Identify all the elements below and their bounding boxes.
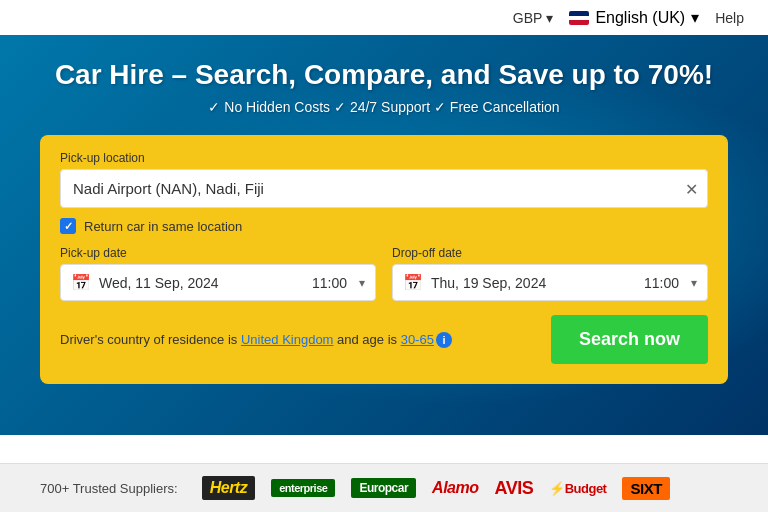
hertz-logo: Hertz — [202, 476, 256, 500]
hero-section: Car Hire – Search, Compare, and Save up … — [0, 35, 768, 435]
currency-chevron-icon: ▾ — [546, 10, 553, 26]
driver-info: Driver's country of residence is United … — [60, 332, 535, 348]
europcar-logo: Europcar — [351, 478, 416, 498]
flag-icon — [569, 11, 589, 25]
dropoff-time-value: 11:00 — [644, 275, 679, 291]
pickup-input-wrapper: ✕ — [60, 169, 708, 208]
driver-info-middle: and age is — [333, 332, 400, 347]
budget-logo: ⚡Budget — [549, 481, 606, 496]
pickup-date-chevron-icon: ▾ — [359, 276, 365, 290]
dates-row: Pick-up date 📅 Wed, 11 Sep, 2024 11:00 ▾… — [60, 246, 708, 301]
hero-subtitle: ✓ No Hidden Costs ✓ 24/7 Support ✓ Free … — [208, 99, 559, 115]
pickup-location-label: Pick-up location — [60, 151, 708, 165]
enterprise-logo: enterprise — [271, 479, 335, 497]
hero-title: Car Hire – Search, Compare, and Save up … — [55, 59, 713, 91]
driver-info-prefix: Driver's country of residence is — [60, 332, 241, 347]
sixt-logo: SIXT — [622, 477, 669, 500]
language-chevron-icon: ▾ — [691, 8, 699, 27]
dropoff-calendar-icon: 📅 — [403, 273, 423, 292]
clear-icon[interactable]: ✕ — [685, 179, 698, 198]
dropoff-date-group: Drop-off date 📅 Thu, 19 Sep, 2024 11:00 … — [392, 246, 708, 301]
alamo-logo: Alamo — [432, 479, 478, 497]
pickup-date-group: Pick-up date 📅 Wed, 11 Sep, 2024 11:00 ▾ — [60, 246, 376, 301]
currency-label: GBP — [513, 10, 543, 26]
pickup-date-value: Wed, 11 Sep, 2024 — [99, 275, 304, 291]
pickup-location-input[interactable] — [60, 169, 708, 208]
search-button[interactable]: Search now — [551, 315, 708, 364]
search-box: Pick-up location ✕ Return car in same lo… — [40, 135, 728, 384]
pickup-calendar-icon: 📅 — [71, 273, 91, 292]
pickup-date-input[interactable]: 📅 Wed, 11 Sep, 2024 11:00 ▾ — [60, 264, 376, 301]
driver-country-link[interactable]: United Kingdom — [241, 332, 334, 347]
suppliers-label: 700+ Trusted Suppliers: — [40, 481, 178, 496]
search-bottom-row: Driver's country of residence is United … — [60, 315, 708, 364]
info-icon[interactable]: i — [436, 332, 452, 348]
avis-logo: AVIS — [494, 478, 533, 499]
return-same-location[interactable]: Return car in same location — [60, 218, 708, 234]
supplier-logos: Hertz enterprise Europcar Alamo AVIS ⚡Bu… — [202, 476, 670, 500]
help-link[interactable]: Help — [715, 10, 744, 26]
dropoff-date-value: Thu, 19 Sep, 2024 — [431, 275, 636, 291]
dropoff-date-input[interactable]: 📅 Thu, 19 Sep, 2024 11:00 ▾ — [392, 264, 708, 301]
driver-age-link[interactable]: 30-65 — [401, 332, 434, 347]
language-label: English (UK) — [595, 9, 685, 27]
pickup-date-label: Pick-up date — [60, 246, 376, 260]
suppliers-bar: 700+ Trusted Suppliers: Hertz enterprise… — [0, 463, 768, 512]
pickup-time-value: 11:00 — [312, 275, 347, 291]
language-selector[interactable]: English (UK) ▾ — [569, 8, 699, 27]
dropoff-date-chevron-icon: ▾ — [691, 276, 697, 290]
return-same-label: Return car in same location — [84, 219, 242, 234]
return-same-checkbox[interactable] — [60, 218, 76, 234]
header: GBP ▾ English (UK) ▾ Help — [0, 0, 768, 35]
currency-selector[interactable]: GBP ▾ — [513, 10, 554, 26]
dropoff-date-label: Drop-off date — [392, 246, 708, 260]
